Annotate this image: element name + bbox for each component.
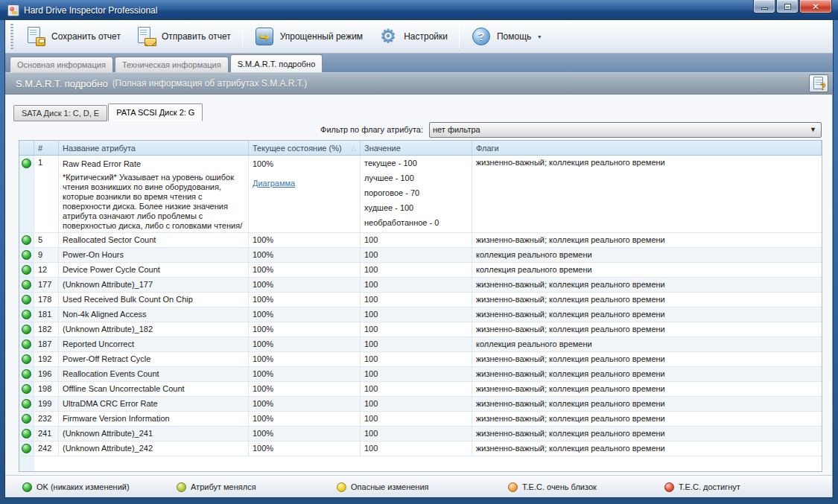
help-button[interactable]: ? Помощь ▾ — [463, 23, 548, 50]
attr-number: 182 — [34, 322, 59, 336]
attr-state: 100% — [249, 382, 361, 396]
status-cell — [19, 427, 34, 441]
attr-value: 100 — [361, 367, 472, 381]
table-row[interactable]: 178 Used Received Bulk Count On Chip 100… — [19, 293, 822, 307]
attr-name: (Unknown Attribute)_242 — [59, 441, 249, 456]
title-bar[interactable]: Hard Drive Inspector Professional ✕ — [0, 0, 838, 20]
simple-mode-icon: ↪ — [254, 26, 275, 47]
disk-tab-label: PATA SCSI Диск 2: G — [116, 108, 194, 117]
send-report-icon — [136, 26, 156, 47]
attr-name: Non-4k Aligned Access — [59, 307, 249, 322]
attr-flags: жизненно-важный; коллекция реального вре… — [472, 367, 822, 381]
attr-value-worst: худшее - 100 — [364, 200, 468, 215]
section-banner: S.M.A.R.T. подробно (Полная информация о… — [5, 72, 833, 95]
table-row[interactable]: 198 Offline Scan Uncorrectable Count 100… — [19, 382, 822, 397]
state-column-label: Текущее состояние (%) — [253, 144, 342, 153]
name-column-header[interactable]: Название атрибута — [59, 141, 249, 155]
attr-state: 100% — [249, 307, 361, 322]
attr-name: Device Power Cycle Count — [59, 263, 249, 277]
table-row[interactable]: 9 Power-On Hours 100% 100 коллекция реал… — [19, 248, 822, 263]
attr-value-threshold: пороговое - 70 — [364, 185, 468, 200]
status-ok-icon — [22, 159, 31, 168]
attr-number: 187 — [34, 337, 59, 351]
settings-button[interactable]: ⚙ Настройки — [370, 23, 455, 50]
disk-tab-pata-scsi-2[interactable]: PATA SCSI Диск 2: G — [108, 103, 203, 121]
attr-changed-icon — [177, 482, 186, 492]
status-cell — [19, 263, 34, 277]
attr-number: 232 — [34, 412, 59, 426]
chevron-down-icon: ▾ — [538, 34, 541, 40]
send-report-button[interactable]: Отправить отчет — [128, 23, 238, 50]
value-column-header[interactable]: Значение — [361, 141, 472, 155]
attr-flags: коллекция реального времени — [472, 263, 822, 277]
attr-value: 100 — [361, 263, 472, 277]
flags-column-header[interactable]: Флаги — [472, 141, 822, 155]
attr-name: Firmware Version Information — [59, 412, 249, 426]
status-cell — [19, 352, 34, 366]
attr-number: 198 — [34, 382, 59, 396]
attr-flags: жизненно-важный; коллекция реального вре… — [472, 382, 822, 396]
sort-indicator-icon: △ — [351, 144, 356, 152]
table-row[interactable]: 177 (Unknown Attribute)_177 100% 100 жиз… — [19, 278, 822, 293]
legend-label: T.E.C. очень близок — [522, 482, 597, 491]
table-row[interactable]: 5 Reallocated Sector Count 100% 100 жизн… — [19, 233, 822, 248]
attr-value: 100 — [361, 278, 472, 292]
flag-filter-value: нет фильтра — [433, 125, 810, 134]
smart-panel: SATA Диск 1: C, D, E PATA SCSI Диск 2: G… — [5, 95, 833, 497]
table-row[interactable]: 232 Firmware Version Information 100% 10… — [19, 412, 822, 427]
attr-flags: жизненно-важный; коллекция реального вре… — [472, 352, 822, 366]
attr-number: 9 — [34, 248, 59, 262]
toolbar-separator — [242, 25, 243, 48]
disk-tab-sata-1[interactable]: SATA Диск 1: C, D, E — [13, 105, 107, 121]
attr-state: 100% — [249, 337, 361, 351]
toolbar-gripper[interactable] — [10, 24, 13, 49]
attr-state: 100% — [249, 233, 361, 247]
table-row[interactable]: 187 Reported Uncorrect 100% 100 коллекци… — [19, 337, 822, 352]
flag-filter-select[interactable]: нет фильтра ▼ — [429, 122, 822, 138]
table-row[interactable]: 12 Device Power Cycle Count 100% 100 кол… — [19, 263, 822, 278]
table-row[interactable]: 242 (Unknown Attribute)_242 100% 100 жиз… — [19, 441, 822, 456]
table-row[interactable]: 192 Power-Off Retract Cycle 100% 100 жиз… — [19, 352, 822, 367]
help-label: Помощь — [497, 31, 531, 42]
attr-name: Reallocation Events Count — [59, 367, 249, 381]
window-title: Hard Drive Inspector Professional — [24, 5, 752, 16]
number-column-header[interactable]: # — [34, 141, 59, 155]
save-report-button[interactable]: Сохранить отчет — [18, 23, 128, 50]
attr-value: 100 — [361, 382, 472, 396]
status-cell — [19, 233, 34, 247]
report-help-button[interactable]: ? — [809, 74, 828, 92]
app-icon — [7, 4, 19, 16]
status-cell — [19, 367, 34, 381]
tab-smart-details[interactable]: S.M.A.R.T. подробно — [230, 54, 323, 72]
state-column-header[interactable]: Текущее состояние (%) △ — [249, 141, 361, 155]
attr-state: 100% — [249, 397, 361, 411]
table-row[interactable]: 196 Reallocation Events Count 100% 100 ж… — [19, 367, 822, 382]
table-row[interactable]: 199 UltraDMA CRC Error Rate 100% 100 жиз… — [19, 397, 822, 412]
status-cell — [19, 412, 34, 426]
diagram-link[interactable]: Диаграмма — [253, 176, 295, 190]
close-button[interactable]: ✕ — [799, 0, 832, 13]
status-cell — [19, 382, 34, 396]
legend-item: OK (никаких изменений) — [22, 476, 130, 498]
minimize-button[interactable] — [753, 0, 775, 13]
tab-label: S.M.A.R.T. подробно — [238, 60, 316, 68]
attr-number: 192 — [34, 352, 59, 366]
attr-name: (Unknown Attribute)_177 — [59, 278, 249, 292]
tab-basic-info[interactable]: Основная информация — [10, 57, 113, 72]
attr-number: 177 — [34, 278, 59, 292]
maximize-button[interactable] — [776, 0, 799, 13]
attr-value-raw: необработанное - 0 (0000... — [364, 215, 468, 230]
save-report-label: Сохранить отчет — [51, 31, 121, 42]
simple-mode-button[interactable]: ↪ Упрощенный режим — [247, 23, 370, 50]
status-ok-icon — [22, 354, 31, 364]
table-row[interactable]: 181 Non-4k Aligned Access 100% 100 жизне… — [19, 307, 822, 322]
page-subtitle: (Полная информация об атрибутах S.M.A.R.… — [112, 78, 308, 89]
table-row[interactable]: 182 (Unknown Attribute)_182 100% 100 жиз… — [19, 322, 822, 337]
status-column-header[interactable] — [19, 141, 34, 155]
table-row[interactable]: 241 (Unknown Attribute)_241 100% 100 жиз… — [19, 427, 822, 441]
tab-technical-info[interactable]: Техническая информация — [115, 57, 229, 72]
attr-number: 242 — [34, 441, 59, 456]
attr-value: 100 — [361, 441, 472, 456]
table-row[interactable]: 1 Raw Read Error Rate *Критический* Указ… — [19, 156, 822, 233]
send-report-label: Отправить отчет — [162, 31, 231, 42]
